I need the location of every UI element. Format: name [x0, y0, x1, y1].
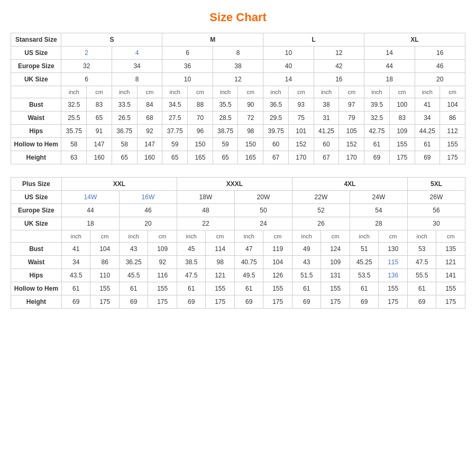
bust-v2: 33.5	[112, 98, 137, 112]
us-size-10: 10	[263, 47, 314, 60]
plus-hollow-v5: 155	[206, 282, 235, 295]
plus-inch-cm-empty	[11, 230, 62, 243]
hollow-v14: 61	[415, 138, 440, 151]
plus-hollow-v8: 61	[292, 282, 321, 295]
hips-v7: 98	[238, 125, 263, 138]
plus-height-v11: 175	[379, 295, 408, 309]
plus-bust-v3: 109	[148, 243, 177, 256]
bust-v7: 90	[238, 98, 263, 112]
bust-v11: 97	[339, 98, 364, 112]
standard-size-table: Stansard Size S M L XL US Size 2 4 6 8 1…	[11, 33, 465, 164]
std-inch-2: inch	[162, 86, 188, 98]
hollow-v12: 61	[364, 138, 390, 151]
std-inch-0: inch	[61, 86, 87, 98]
plus-uk-20: 20	[119, 217, 177, 230]
std-cm-6: cm	[389, 86, 415, 98]
plus-height-v9: 175	[321, 295, 350, 309]
plus-waist-v5: 98	[206, 256, 235, 269]
height-v3: 160	[137, 151, 162, 164]
plus-hollow-v11: 155	[379, 282, 408, 295]
waist-label: Waist	[11, 112, 61, 125]
hollow-v9: 152	[288, 138, 314, 151]
waist-v12: 32.5	[364, 112, 390, 125]
plus-uk-size-label: UK Size	[11, 217, 62, 230]
std-cm-2: cm	[188, 86, 213, 98]
plus-us-16w: 16W	[119, 191, 177, 204]
uk-12: 12	[213, 73, 263, 86]
plus-hollow-v3: 155	[148, 282, 177, 295]
waist-v14: 34	[415, 112, 440, 125]
height-v14: 69	[415, 151, 440, 164]
waist-v10: 31	[314, 112, 339, 125]
plus-inch-5: inch	[350, 230, 379, 243]
plus-hips-v10: 53.5	[350, 269, 379, 282]
height-v15: 175	[440, 151, 465, 164]
plus-bust-label: Bust	[11, 243, 62, 256]
height-v11: 170	[339, 151, 364, 164]
plus-size-label: Plus Size	[11, 178, 62, 191]
us-size-12: 12	[314, 47, 364, 60]
plus-inch-4: inch	[292, 230, 321, 243]
europe-32: 32	[61, 60, 112, 73]
bust-v9: 93	[288, 98, 314, 112]
plus-hips-v4: 47.5	[177, 269, 206, 282]
uk-16: 16	[314, 73, 364, 86]
plus-height-v2: 69	[119, 295, 148, 309]
bust-v5: 88	[188, 98, 213, 112]
xl-header: XL	[364, 33, 465, 47]
std-cm-3: cm	[238, 86, 263, 98]
hips-v13: 109	[389, 125, 415, 138]
height-v0: 63	[61, 151, 87, 164]
waist-v4: 27.5	[162, 112, 188, 125]
hips-v3: 92	[137, 125, 162, 138]
waist-v13: 83	[389, 112, 415, 125]
hips-v9: 101	[288, 125, 314, 138]
uk-6: 6	[61, 73, 112, 86]
hips-v15: 112	[440, 125, 465, 138]
plus-waist-v0: 34	[61, 256, 90, 269]
plus-hips-v11: 136	[379, 269, 408, 282]
hips-v2: 36.75	[112, 125, 137, 138]
plus-height-v12: 69	[407, 295, 436, 309]
hollow-v0: 58	[61, 138, 87, 151]
waist-v5: 70	[188, 112, 213, 125]
plus-hips-v0: 43.5	[61, 269, 90, 282]
hips-label: Hips	[11, 125, 61, 138]
plus-hollow-label: Hollow to Hem	[11, 282, 62, 295]
4xl-header: 4XL	[292, 178, 407, 191]
europe-34: 34	[112, 60, 162, 73]
waist-v3: 68	[137, 112, 162, 125]
plus-height-v4: 69	[177, 295, 206, 309]
plus-waist-v12: 47.5	[407, 256, 436, 269]
plus-hollow-v7: 155	[263, 282, 292, 295]
height-v2: 65	[112, 151, 137, 164]
waist-v0: 25.5	[61, 112, 87, 125]
std-inch-1: inch	[112, 86, 137, 98]
uk-18: 18	[364, 73, 415, 86]
plus-height-v3: 175	[148, 295, 177, 309]
europe-38: 38	[213, 60, 263, 73]
plus-inch-0: inch	[61, 230, 90, 243]
plus-bust-v8: 49	[292, 243, 321, 256]
plus-inch-1: inch	[119, 230, 148, 243]
plus-uk-30: 30	[407, 217, 465, 230]
plus-europe-56: 56	[407, 204, 465, 217]
plus-height-v10: 69	[350, 295, 379, 309]
plus-europe-size-label: Europe Size	[11, 204, 62, 217]
plus-waist-v3: 92	[148, 256, 177, 269]
plus-size-table: Plus Size XXL XXXL 4XL 5XL US Size 14W 1…	[11, 177, 465, 309]
plus-hollow-v2: 61	[119, 282, 148, 295]
europe-size-label: Europe Size	[11, 60, 61, 73]
std-inch-cm-empty	[11, 86, 61, 98]
plus-us-24w: 24W	[350, 191, 407, 204]
plus-height-v7: 175	[263, 295, 292, 309]
europe-40: 40	[263, 60, 314, 73]
hips-v6: 38.75	[213, 125, 238, 138]
plus-uk-18: 18	[61, 217, 119, 230]
plus-cm-2: cm	[206, 230, 235, 243]
plus-europe-44: 44	[61, 204, 119, 217]
plus-hollow-v12: 61	[407, 282, 436, 295]
plus-hips-v9: 131	[321, 269, 350, 282]
plus-bust-v1: 104	[90, 243, 120, 256]
height-v7: 165	[238, 151, 263, 164]
